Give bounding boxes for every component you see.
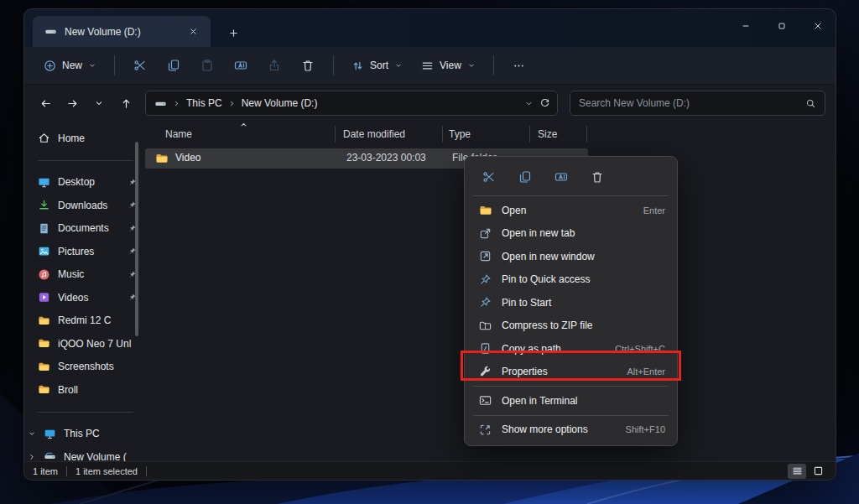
copy-button[interactable] bbox=[159, 52, 189, 79]
sidebar-item-documents[interactable]: Documents bbox=[38, 217, 142, 241]
more-icon bbox=[513, 60, 525, 72]
breadcrumb-this-pc[interactable]: This PC bbox=[186, 97, 222, 109]
cut-button[interactable] bbox=[476, 167, 502, 187]
sidebar-item-iqoo-neo-7[interactable]: iQOO Neo 7 Unl bbox=[38, 332, 142, 356]
sidebar-item-redmi-12-c[interactable]: Redmi 12 C bbox=[38, 309, 142, 333]
menu-item-open-in-new-tab[interactable]: Open in new tab bbox=[468, 222, 674, 246]
videos-icon bbox=[38, 291, 50, 304]
up-button[interactable] bbox=[115, 92, 137, 114]
rename-button[interactable] bbox=[549, 167, 574, 187]
menu-item-copy-as-path[interactable]: Copy as path Ctrl+Shift+C bbox=[468, 337, 674, 361]
rename-icon bbox=[554, 170, 568, 184]
delete-button[interactable] bbox=[293, 52, 323, 79]
more-options-button[interactable] bbox=[504, 52, 534, 79]
forward-button[interactable] bbox=[61, 92, 83, 114]
sidebar-item-screenshots[interactable]: Screenshots bbox=[38, 356, 142, 379]
sidebar-item-desktop[interactable]: Desktop bbox=[38, 171, 142, 195]
share-button[interactable] bbox=[259, 52, 289, 79]
menu-divider bbox=[473, 195, 669, 196]
view-icon bbox=[421, 60, 434, 72]
chevron-right-icon[interactable] bbox=[28, 453, 36, 461]
sidebar-item-broll[interactable]: Broll bbox=[38, 378, 142, 402]
menu-item-pin-to-start[interactable]: Pin to Start bbox=[468, 291, 674, 314]
copy-button[interactable] bbox=[513, 167, 538, 187]
back-button[interactable] bbox=[34, 92, 56, 114]
maximize-button[interactable] bbox=[763, 9, 799, 43]
column-header-date-modified[interactable]: Date modified bbox=[343, 128, 405, 140]
column-header-type[interactable]: Type bbox=[449, 128, 471, 140]
chevron-down-icon[interactable] bbox=[524, 99, 534, 108]
view-button[interactable]: View bbox=[414, 55, 483, 77]
sidebar-item-home[interactable]: Home bbox=[38, 127, 142, 150]
menu-divider bbox=[473, 415, 669, 416]
sort-button[interactable]: Sort bbox=[344, 55, 410, 77]
details-view-button[interactable] bbox=[788, 464, 806, 479]
menu-item-open-in-terminal[interactable]: Open in Terminal bbox=[468, 389, 674, 413]
copy-icon bbox=[518, 170, 532, 184]
sidebar-item-videos[interactable]: Videos bbox=[38, 286, 142, 309]
new-icon bbox=[44, 60, 56, 72]
show-more-icon bbox=[478, 423, 492, 436]
cut-icon bbox=[133, 59, 147, 72]
file-name: Video bbox=[175, 152, 200, 164]
folder-icon bbox=[38, 314, 50, 327]
refresh-icon[interactable] bbox=[539, 98, 550, 109]
status-bar: 1 item 1 item selected bbox=[24, 461, 836, 480]
delete-icon bbox=[591, 170, 604, 184]
rename-button[interactable] bbox=[226, 52, 256, 79]
menu-item-show-more-options[interactable]: Show more options Shift+F10 bbox=[468, 418, 674, 442]
column-divider[interactable] bbox=[442, 126, 443, 143]
sidebar-item-music[interactable]: Music bbox=[38, 263, 142, 287]
file-explorer-window: New Volume (D:) New bbox=[23, 8, 836, 481]
maximize-icon bbox=[777, 21, 787, 31]
chevron-down-icon[interactable] bbox=[28, 429, 36, 438]
breadcrumb[interactable]: This PC New Volume (D:) bbox=[145, 91, 558, 116]
large-icons-view-button[interactable] bbox=[809, 464, 827, 479]
sidebar-item-this-pc[interactable]: This PC bbox=[38, 423, 142, 446]
chevron-down-icon bbox=[94, 98, 104, 108]
column-header-name[interactable]: Name bbox=[165, 128, 192, 140]
delete-button[interactable] bbox=[585, 167, 610, 187]
menu-item-open-in-new-window[interactable]: Open in new window bbox=[468, 245, 674, 268]
column-header-size[interactable]: Size bbox=[538, 128, 557, 140]
documents-icon bbox=[38, 222, 50, 235]
window-controls bbox=[727, 9, 836, 43]
tab-new-volume[interactable]: New Volume (D:) bbox=[33, 16, 211, 47]
menu-item-open[interactable]: Open Enter bbox=[468, 199, 674, 222]
new-tab-button[interactable] bbox=[222, 23, 244, 43]
sidebar-divider bbox=[38, 412, 133, 413]
column-divider[interactable] bbox=[529, 126, 530, 143]
sidebar-item-pictures[interactable]: Pictures bbox=[38, 240, 142, 263]
back-icon bbox=[39, 97, 52, 110]
breadcrumb-current[interactable]: New Volume (D:) bbox=[242, 97, 318, 109]
minimize-button[interactable] bbox=[727, 9, 763, 43]
drive-icon bbox=[154, 97, 167, 110]
paste-icon bbox=[200, 59, 214, 72]
search-box[interactable] bbox=[570, 91, 825, 116]
drive-icon bbox=[44, 25, 57, 38]
menu-item-compress-to-zip[interactable]: Compress to ZIP file bbox=[468, 314, 674, 338]
sidebar-scrollbar[interactable] bbox=[135, 142, 138, 336]
folder-icon bbox=[38, 383, 50, 396]
address-bar: This PC New Volume (D:) bbox=[24, 85, 836, 122]
column-divider[interactable] bbox=[335, 126, 336, 143]
context-menu-quick-actions bbox=[468, 161, 674, 193]
context-menu: Open Enter Open in new tab Open in new w… bbox=[464, 156, 678, 446]
paste-button[interactable] bbox=[192, 52, 222, 79]
menu-item-pin-to-quick-access[interactable]: Pin to Quick access bbox=[468, 268, 674, 292]
sidebar-item-new-volume[interactable]: New Volume ( bbox=[38, 445, 142, 461]
tab-close-icon[interactable] bbox=[184, 23, 202, 41]
menu-item-properties[interactable]: Properties Alt+Enter bbox=[468, 361, 674, 384]
close-button[interactable] bbox=[799, 9, 836, 43]
menu-divider bbox=[473, 386, 669, 387]
column-divider[interactable] bbox=[586, 126, 587, 143]
toolbar-divider bbox=[493, 55, 494, 75]
search-input[interactable] bbox=[579, 97, 805, 109]
cut-button[interactable] bbox=[125, 52, 155, 79]
new-button[interactable]: New bbox=[36, 55, 104, 77]
recent-locations-button[interactable] bbox=[88, 92, 110, 114]
delete-icon bbox=[301, 59, 315, 72]
search-icon bbox=[805, 98, 816, 109]
open-new-window-icon bbox=[478, 250, 492, 262]
sidebar-item-downloads[interactable]: Downloads bbox=[38, 194, 142, 217]
